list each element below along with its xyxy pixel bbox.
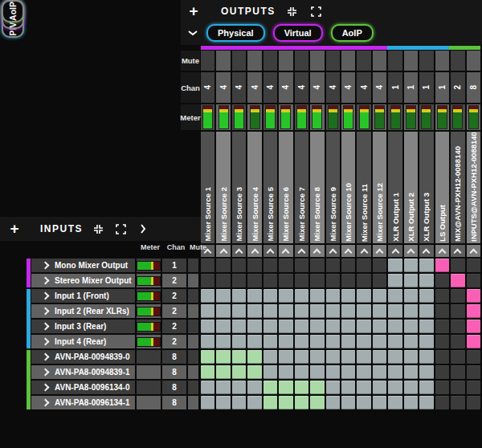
- matrix-crosspoint[interactable]: [388, 289, 402, 303]
- input-mute-cell[interactable]: [188, 365, 198, 379]
- matrix-crosspoint[interactable]: [451, 274, 464, 287]
- matrix-crosspoint[interactable]: [216, 320, 230, 333]
- output-expand-cell[interactable]: [310, 245, 324, 257]
- input-row-header[interactable]: AVN-PA8-0096134-0: [31, 381, 135, 394]
- matrix-crosspoint[interactable]: [310, 304, 324, 318]
- matrix-crosspoint[interactable]: [279, 396, 292, 409]
- output-column-header[interactable]: Mixer Source 11: [357, 132, 370, 243]
- output-column-header[interactable]: XLR Output 1: [388, 132, 402, 243]
- output-column-header[interactable]: INPUTS@AVN-PXH12-0088140: [467, 132, 480, 243]
- matrix-crosspoint[interactable]: [279, 289, 292, 303]
- output-mute-cell[interactable]: [232, 51, 246, 71]
- matrix-crosspoint[interactable]: [404, 259, 418, 272]
- matrix-crosspoint[interactable]: [263, 350, 277, 364]
- matrix-crosspoint[interactable]: [467, 350, 480, 364]
- output-column-header[interactable]: Mixer Source 3: [232, 132, 246, 243]
- matrix-crosspoint[interactable]: [341, 365, 355, 379]
- output-expand-cell[interactable]: [279, 245, 292, 257]
- tab-aoip-inputs[interactable]: AoIP: [2, 0, 24, 22]
- input-row-header[interactable]: AVN-PA8-0096134-1: [31, 396, 135, 409]
- matrix-crosspoint[interactable]: [201, 274, 214, 287]
- matrix-crosspoint[interactable]: [467, 304, 480, 318]
- output-mute-cell[interactable]: [295, 51, 308, 71]
- matrix-crosspoint[interactable]: [341, 335, 355, 348]
- matrix-crosspoint[interactable]: [232, 289, 246, 303]
- output-expand-cell[interactable]: [373, 245, 386, 257]
- matrix-crosspoint[interactable]: [419, 274, 433, 287]
- output-mute-cell[interactable]: [247, 51, 261, 71]
- matrix-crosspoint[interactable]: [310, 289, 324, 303]
- output-expand-cell[interactable]: [419, 245, 433, 257]
- output-mute-cell[interactable]: [216, 51, 230, 71]
- input-mute-cell[interactable]: [188, 335, 198, 348]
- matrix-crosspoint[interactable]: [201, 335, 214, 348]
- matrix-crosspoint[interactable]: [310, 259, 324, 272]
- output-mute-cell[interactable]: [388, 51, 402, 71]
- matrix-crosspoint[interactable]: [326, 381, 340, 394]
- matrix-crosspoint[interactable]: [404, 381, 418, 394]
- output-expand-cell[interactable]: [435, 245, 449, 257]
- matrix-crosspoint[interactable]: [295, 289, 308, 303]
- matrix-crosspoint[interactable]: [216, 259, 230, 272]
- matrix-crosspoint[interactable]: [295, 365, 308, 379]
- expand-panel-icon[interactable]: [113, 222, 128, 236]
- matrix-crosspoint[interactable]: [467, 274, 480, 287]
- output-mute-cell[interactable]: [404, 51, 418, 71]
- matrix-crosspoint[interactable]: [419, 289, 433, 303]
- matrix-crosspoint[interactable]: [357, 274, 370, 287]
- input-row-header[interactable]: AVN-PA8-0094839-1: [31, 365, 135, 379]
- matrix-crosspoint[interactable]: [201, 259, 214, 272]
- matrix-crosspoint[interactable]: [216, 365, 230, 379]
- matrix-crosspoint[interactable]: [357, 259, 370, 272]
- matrix-crosspoint[interactable]: [247, 365, 261, 379]
- matrix-crosspoint[interactable]: [326, 289, 340, 303]
- matrix-crosspoint[interactable]: [310, 381, 324, 394]
- output-column-header[interactable]: LS Output: [435, 132, 449, 243]
- matrix-crosspoint[interactable]: [247, 289, 261, 303]
- matrix-crosspoint[interactable]: [467, 381, 480, 394]
- matrix-crosspoint[interactable]: [247, 396, 261, 409]
- matrix-crosspoint[interactable]: [435, 381, 449, 394]
- matrix-crosspoint[interactable]: [216, 381, 230, 394]
- output-mute-cell[interactable]: [341, 51, 355, 71]
- expand-panel-icon[interactable]: [309, 4, 324, 18]
- matrix-crosspoint[interactable]: [373, 274, 386, 287]
- matrix-crosspoint[interactable]: [404, 274, 418, 287]
- output-expand-cell[interactable]: [326, 245, 340, 257]
- matrix-crosspoint[interactable]: [247, 274, 261, 287]
- tab-aoip-outputs[interactable]: AoIP: [331, 24, 374, 42]
- matrix-crosspoint[interactable]: [279, 350, 292, 364]
- matrix-crosspoint[interactable]: [357, 289, 370, 303]
- output-column-header[interactable]: Mixer Source 12: [373, 132, 386, 243]
- matrix-crosspoint[interactable]: [263, 335, 277, 348]
- matrix-crosspoint[interactable]: [341, 381, 355, 394]
- matrix-crosspoint[interactable]: [451, 320, 464, 333]
- output-column-header[interactable]: Mixer Source 7: [295, 132, 308, 243]
- matrix-crosspoint[interactable]: [435, 365, 449, 379]
- output-column-header[interactable]: Mixer Source 8: [310, 132, 324, 243]
- input-mute-cell[interactable]: [188, 259, 198, 272]
- matrix-crosspoint[interactable]: [263, 320, 277, 333]
- matrix-crosspoint[interactable]: [404, 396, 418, 409]
- output-mute-cell[interactable]: [201, 51, 214, 71]
- matrix-crosspoint[interactable]: [310, 320, 324, 333]
- input-row-header[interactable]: Stereo Mixer Output: [31, 274, 135, 287]
- matrix-crosspoint[interactable]: [388, 274, 402, 287]
- matrix-crosspoint[interactable]: [232, 396, 246, 409]
- matrix-crosspoint[interactable]: [279, 365, 292, 379]
- matrix-crosspoint[interactable]: [373, 259, 386, 272]
- input-mute-cell[interactable]: [188, 320, 198, 333]
- matrix-crosspoint[interactable]: [467, 365, 480, 379]
- matrix-crosspoint[interactable]: [435, 335, 449, 348]
- matrix-crosspoint[interactable]: [216, 304, 230, 318]
- output-column-header[interactable]: Mixer Source 1: [201, 132, 214, 243]
- output-column-header[interactable]: Mixer Source 4: [247, 132, 261, 243]
- matrix-crosspoint[interactable]: [419, 320, 433, 333]
- matrix-crosspoint[interactable]: [451, 365, 464, 379]
- input-row-header[interactable]: Input 2 (Rear XLRs): [31, 304, 135, 318]
- matrix-crosspoint[interactable]: [435, 259, 449, 272]
- matrix-crosspoint[interactable]: [201, 381, 214, 394]
- output-mute-cell[interactable]: [373, 51, 386, 71]
- output-column-header[interactable]: XLR Output 2: [404, 132, 418, 243]
- input-mute-cell[interactable]: [188, 381, 198, 394]
